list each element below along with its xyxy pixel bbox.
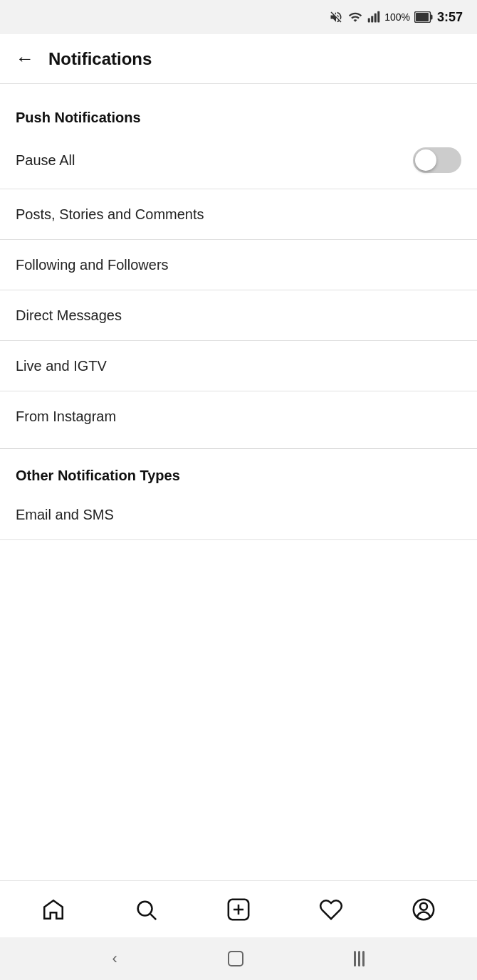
- other-notifications-section-header: Other Notification Types: [0, 456, 477, 490]
- android-home-button[interactable]: [228, 951, 243, 966]
- nav-home-button[interactable]: [36, 892, 70, 927]
- status-time: 3:57: [437, 10, 463, 25]
- email-sms-item[interactable]: Email and SMS: [0, 490, 477, 539]
- svg-rect-5: [430, 15, 432, 20]
- posts-stories-comments-item[interactable]: Posts, Stories and Comments: [0, 189, 477, 239]
- android-recents-icon: [354, 951, 365, 966]
- android-nav-bar: ‹: [0, 937, 477, 980]
- from-instagram-item[interactable]: From Instagram: [0, 391, 477, 441]
- nav-search-button[interactable]: [129, 892, 163, 927]
- page-title: Notifications: [48, 49, 152, 69]
- mute-icon: [329, 10, 343, 24]
- bottom-nav: [0, 880, 477, 937]
- svg-rect-2: [374, 14, 377, 23]
- wifi-icon: [347, 10, 363, 24]
- svg-line-8: [150, 914, 156, 920]
- svg-point-13: [420, 902, 427, 910]
- pause-all-item[interactable]: Pause All: [0, 132, 477, 189]
- live-igtv-item[interactable]: Live and IGTV: [0, 341, 477, 391]
- toggle-switch[interactable]: [413, 147, 461, 173]
- nav-profile-button[interactable]: [407, 892, 441, 927]
- signal-icon: [367, 10, 380, 24]
- pause-all-toggle[interactable]: [413, 147, 461, 173]
- profile-icon: [412, 897, 436, 922]
- status-icons: 100% 3:57: [329, 10, 463, 25]
- svg-rect-6: [416, 13, 429, 21]
- from-instagram-label: From Instagram: [16, 409, 116, 425]
- push-notifications-title: Push Notifications: [16, 110, 141, 125]
- android-home-icon: [228, 951, 243, 966]
- posts-stories-comments-label: Posts, Stories and Comments: [16, 206, 204, 223]
- nav-activity-button[interactable]: [314, 892, 348, 927]
- svg-rect-3: [377, 11, 379, 23]
- svg-point-7: [138, 901, 152, 915]
- live-igtv-label: Live and IGTV: [16, 358, 107, 374]
- home-icon: [41, 897, 65, 922]
- main-content: Push Notifications Pause All Posts, Stor…: [0, 84, 477, 880]
- search-icon: [134, 897, 158, 922]
- email-sms-label: Email and SMS: [16, 507, 114, 523]
- android-back-button[interactable]: ‹: [112, 949, 117, 968]
- toggle-knob: [415, 149, 436, 171]
- push-notifications-section-header: Push Notifications: [0, 98, 477, 132]
- android-back-icon: ‹: [112, 949, 117, 968]
- following-followers-label: Following and Followers: [16, 257, 169, 273]
- svg-rect-0: [368, 19, 370, 23]
- page-header: ← Notifications: [0, 34, 477, 84]
- nav-add-button[interactable]: [221, 892, 256, 927]
- back-arrow-icon: ←: [16, 48, 34, 70]
- battery-text: 100%: [384, 11, 410, 23]
- direct-messages-label: Direct Messages: [16, 307, 122, 324]
- direct-messages-item[interactable]: Direct Messages: [0, 290, 477, 340]
- section-divider: [0, 448, 477, 449]
- pause-all-label: Pause All: [16, 152, 75, 169]
- status-bar: 100% 3:57: [0, 0, 477, 34]
- svg-rect-1: [371, 16, 373, 23]
- other-notifications-title: Other Notification Types: [16, 468, 180, 483]
- heart-icon: [319, 897, 343, 922]
- divider-6: [0, 539, 477, 540]
- battery-icon: [414, 11, 433, 23]
- android-recents-button[interactable]: [354, 951, 365, 966]
- add-icon: [226, 897, 251, 922]
- following-followers-item[interactable]: Following and Followers: [0, 240, 477, 290]
- back-button[interactable]: ←: [16, 48, 34, 70]
